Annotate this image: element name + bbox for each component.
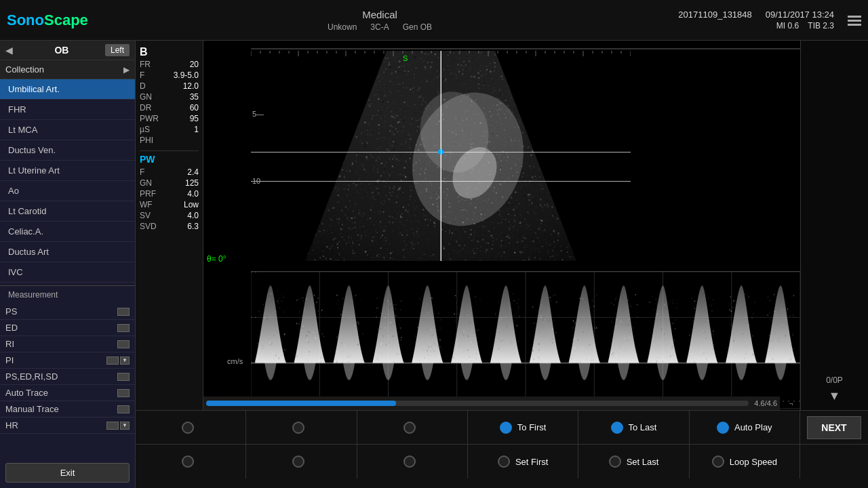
param-pw-sv: SV 4.0: [140, 211, 199, 220]
scroll-down-icon[interactable]: ▼: [829, 389, 841, 403]
header-right: 20171109_131848 09/11/2017 13:24 MI 0.6 …: [624, 9, 841, 30]
radio-to-first[interactable]: [500, 422, 512, 434]
ob-label: OB: [18, 45, 105, 56]
collection-expand-icon[interactable]: ▶: [123, 65, 130, 75]
logo: SonoScape: [7, 12, 88, 29]
scroll-track[interactable]: [206, 401, 749, 406]
ctrl-slot-2-3[interactable]: [357, 445, 468, 479]
meas-manual-trace[interactable]: Manual Trace: [0, 401, 135, 418]
meas-auto-trace[interactable]: Auto Trace: [0, 385, 135, 401]
radio-2-1[interactable]: [182, 455, 194, 468]
meas-auto-trace-btn[interactable]: [117, 389, 130, 397]
meas-pi-btn[interactable]: [106, 357, 119, 365]
header: SonoScape Medical Unkown 3C-A Gen OB 201…: [0, 0, 868, 41]
sidebar-item-lt-uterine-art[interactable]: Lt Uterine Art: [0, 161, 135, 181]
header-probe: Unkown: [328, 22, 357, 32]
radio-to-last[interactable]: [611, 422, 623, 434]
sidebar-item-celiac-a[interactable]: Celiac.A.: [0, 222, 135, 242]
meas-ps-btn[interactable]: [117, 308, 130, 316]
header-mi-tib: MI 0.6 TIB 2.3: [776, 21, 834, 30]
param-f: F 3.9-5.0: [140, 70, 199, 80]
radio-1-2[interactable]: [292, 422, 304, 434]
header-info-row: Unkown 3C-A Gen OB: [328, 22, 432, 32]
radio-set-first[interactable]: [498, 455, 510, 468]
meas-ps[interactable]: PS: [0, 304, 135, 320]
ctrl-slot-loop-speed[interactable]: Loop Speed: [690, 445, 800, 479]
param-pw-f: F 2.4: [140, 167, 199, 177]
svg-rect-2: [848, 24, 861, 26]
ctrl-slot-auto-play[interactable]: Auto Play: [690, 411, 800, 444]
meas-ps-ed-ri-sd[interactable]: PS,ED,RI,SD: [0, 369, 135, 385]
radio-2-2[interactable]: [292, 455, 304, 468]
sidebar: ◀ OB Left Collection ▶ Umbilical Art. FH…: [0, 41, 136, 488]
meas-hr-btn[interactable]: [106, 422, 119, 430]
ctrl-slot-to-first[interactable]: To First: [468, 411, 578, 444]
ctrl-slot-2-1[interactable]: [136, 445, 246, 479]
header-center: Medical Unkown 3C-A Gen OB: [136, 9, 624, 32]
header-datetime2: 09/11/2017 13:24: [766, 9, 834, 20]
bottom-row-2: Set First Set Last Loop Speed: [136, 445, 868, 479]
meas-ri-btn[interactable]: [117, 340, 130, 348]
meas-ri[interactable]: RI: [0, 336, 135, 352]
sidebar-item-ductus-ven[interactable]: Ductus Ven.: [0, 140, 135, 161]
sidebar-item-ao[interactable]: Ao: [0, 181, 135, 201]
param-pw-wf: WF Low: [140, 200, 199, 209]
ctrl-slot-1-3[interactable]: [357, 411, 468, 444]
auto-play-label: Auto Play: [734, 422, 772, 432]
header-datetime1: 20171109_131848: [678, 9, 751, 20]
sidebar-item-ivc[interactable]: IVC: [0, 262, 135, 283]
meas-pi-dropdown[interactable]: ▼: [120, 357, 130, 365]
meas-manual-trace-btn[interactable]: [117, 405, 130, 413]
meas-full-btn[interactable]: [117, 373, 130, 381]
param-pw-prf: PRF 4.0: [140, 189, 199, 199]
theta-label: θ= 0°: [207, 254, 226, 264]
ctrl-slot-1-1[interactable]: [136, 411, 246, 444]
param-dr: DR 60: [140, 103, 199, 113]
next-button[interactable]: NEXT: [807, 416, 861, 439]
meas-pi[interactable]: PI ▼: [0, 352, 135, 369]
header-medical: Medical: [362, 9, 397, 20]
sidebar-item-fhr[interactable]: FHR: [0, 100, 135, 120]
collection-bar[interactable]: Collection ▶: [0, 60, 135, 79]
exit-button[interactable]: Exit: [5, 463, 130, 483]
ctrl-slot-set-first[interactable]: Set First: [468, 445, 578, 479]
radio-1-3[interactable]: [403, 422, 416, 434]
radio-loop-speed[interactable]: [712, 455, 724, 468]
sidebar-ob-bar[interactable]: ◀ OB Left: [0, 41, 135, 60]
ctrl-slot-2-2[interactable]: [246, 445, 357, 479]
svg-rect-1: [848, 20, 861, 22]
scroll-area[interactable]: 4.6/4.6: [203, 396, 780, 410]
radio-1-1[interactable]: [182, 422, 194, 434]
sidebar-item-lt-mca[interactable]: Lt MCA: [0, 120, 135, 140]
param-gn: GN 35: [140, 92, 199, 102]
ctrl-slot-1-2[interactable]: [246, 411, 357, 444]
param-d: D 12.0: [140, 81, 199, 91]
collection-label: Collection: [5, 64, 123, 75]
meas-hr-dropdown[interactable]: ▼: [120, 422, 130, 430]
main-display: 5— 10 S θ= 0° 40— cm/s -40 — — — — — — ⌐…: [203, 41, 868, 410]
meas-ed-btn[interactable]: [117, 324, 130, 332]
param-pwr: PWR 95: [140, 114, 199, 123]
param-pw-label: PW: [140, 154, 199, 165]
scale-10: 10: [252, 177, 260, 185]
top-ruler: [251, 41, 800, 51]
radio-auto-play[interactable]: [717, 422, 729, 434]
radio-set-last[interactable]: [609, 455, 621, 468]
param-pw-section: PW F 2.4 GN 125 PRF 4.0 WF Low SV 4.0 SV…: [140, 150, 199, 231]
measurement-label: Measurement: [0, 286, 135, 304]
sidebar-item-lt-carotid[interactable]: Lt Carotid: [0, 201, 135, 222]
radio-2-3[interactable]: [403, 455, 416, 468]
sidebar-item-umbilical-art[interactable]: Umbilical Art.: [0, 79, 135, 100]
header-preset: Gen OB: [403, 22, 432, 32]
ctrl-slot-to-last[interactable]: To Last: [578, 411, 689, 444]
sidebar-item-ductus-art[interactable]: Ductus Art: [0, 242, 135, 262]
next-btn-area[interactable]: NEXT: [800, 416, 868, 439]
meas-hr[interactable]: HR ▼: [0, 418, 135, 434]
scale-5: 5—: [252, 110, 264, 118]
left-button[interactable]: Left: [105, 44, 130, 56]
ob-back-arrow[interactable]: ◀: [5, 45, 13, 56]
ctrl-slot-set-last[interactable]: Set Last: [578, 445, 689, 479]
params-b-label: B: [140, 46, 199, 58]
param-phi: PHI: [140, 136, 199, 145]
meas-ed[interactable]: ED: [0, 320, 135, 336]
